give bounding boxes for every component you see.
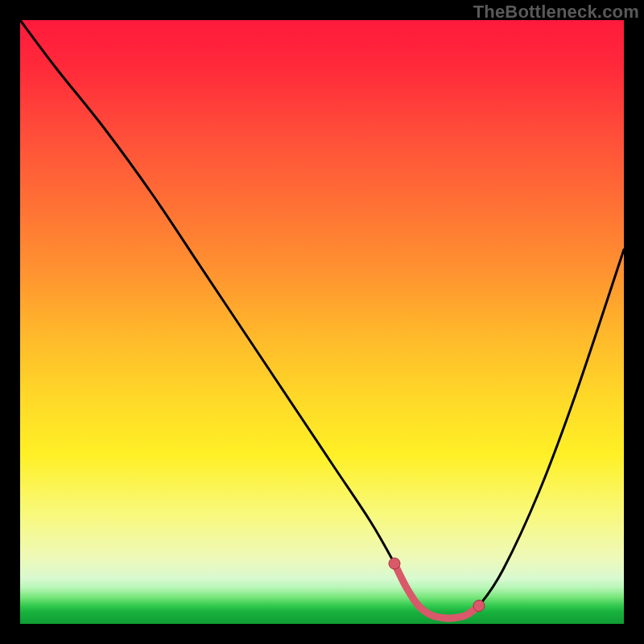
marker-start-dot xyxy=(389,558,400,569)
plot-area xyxy=(20,20,624,624)
watermark: TheBottleneck.com xyxy=(473,2,639,23)
marker-connector xyxy=(394,564,479,618)
marker-end-dot xyxy=(473,601,485,612)
bottleneck-curve xyxy=(20,20,624,618)
curve-layer xyxy=(20,20,624,624)
marker-group xyxy=(389,558,485,618)
chart-frame: TheBottleneck.com xyxy=(0,0,644,644)
